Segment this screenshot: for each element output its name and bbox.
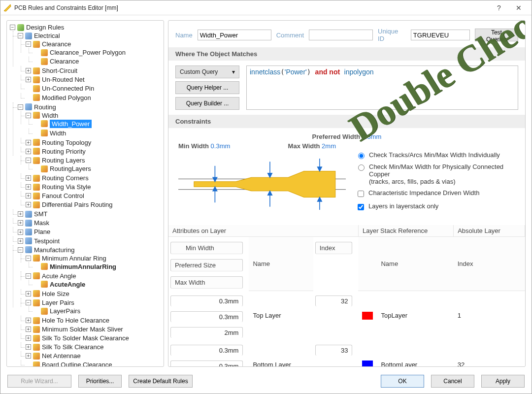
apply-button[interactable]: Apply [481, 375, 525, 388]
priorities-button[interactable]: Priorities... [78, 375, 122, 388]
rules-tree[interactable]: −Design Rules −Electrical −Clearance Cle… [6, 20, 164, 367]
cancel-button[interactable]: Cancel [431, 375, 474, 388]
rule-icon [33, 41, 40, 48]
chevron-down-icon: ▾ [232, 68, 235, 75]
svg-marker-13 [318, 167, 322, 171]
name-input[interactable] [198, 30, 271, 40]
toggle-icon[interactable]: − [10, 25, 15, 30]
query-helper-button[interactable]: Query Helper ... [175, 81, 239, 94]
svg-marker-11 [268, 191, 272, 196]
svg-marker-9 [268, 173, 272, 178]
dialog-footer: Rule Wizard... Priorities... Create Defa… [0, 369, 532, 394]
titlebar: PCB Rules and Constraints Editor [mm] ? … [0, 0, 532, 15]
name-label: Name [175, 32, 193, 39]
layer-color-swatch [362, 312, 373, 320]
svg-marker-7 [213, 187, 217, 191]
min-width-label: Min Width [178, 142, 209, 150]
create-defaults-button[interactable]: Create Default Rules [129, 375, 193, 388]
layer-table[interactable]: Attributes on Layer Layer Stack Referenc… [168, 225, 525, 366]
comment-label: Comment [276, 32, 304, 39]
opt-layerstack[interactable]: Layers in layerstack only [356, 202, 515, 212]
close-button[interactable]: ✕ [509, 4, 529, 12]
rule-wizard-button[interactable]: Rule Wizard... [7, 375, 71, 388]
max-width-value[interactable]: 2mm [322, 142, 336, 150]
opt-individual[interactable]: Check Tracks/Arcs Min/Max Width Individu… [356, 151, 515, 159]
help-button[interactable]: ? [489, 4, 509, 12]
min-width-value[interactable]: 0.3mm [211, 142, 231, 150]
query-editor[interactable]: innetclass('Power') and not inpolygon [246, 66, 518, 110]
table-row[interactable]: 0.3mm0.3mm2mmTop Layer32TopLayer1 [168, 291, 525, 340]
match-header: Where The Object Matches [168, 47, 525, 61]
max-width-label: Max Width [288, 142, 320, 150]
ok-button[interactable]: OK [381, 375, 424, 388]
app-icon [3, 4, 11, 12]
tree-root[interactable]: Design Rules [26, 24, 64, 31]
opt-impedance[interactable]: Characteristic Impedance Driven Width [356, 189, 515, 198]
folder-icon [17, 24, 24, 31]
svg-marker-5 [213, 177, 217, 182]
grp-stack: Layer Stack Reference [358, 225, 453, 237]
svg-marker-15 [318, 197, 322, 202]
window: PCB Rules and Constraints Editor [mm] ? … [0, 0, 532, 394]
grp-attributes: Attributes on Layer [168, 225, 358, 237]
query-builder-button[interactable]: Query Builder ... [175, 97, 239, 110]
layer-color-swatch [362, 361, 373, 366]
scope-dropdown[interactable]: Custom Query▾ [175, 66, 239, 78]
pref-width-value[interactable]: 0.3mm [362, 133, 382, 140]
uid-input[interactable] [411, 30, 470, 40]
tree-selected[interactable]: Width_Power [50, 120, 92, 128]
constraints-header: Constraints [168, 115, 525, 128]
pref-width-label: Preferred Width [312, 133, 360, 140]
comment-input[interactable] [309, 30, 373, 40]
grp-absolute: Absolute Layer [454, 225, 525, 237]
test-queries-button[interactable]: Test Queries [475, 29, 518, 41]
width-diagram [178, 150, 346, 219]
table-row[interactable]: 0.3mm0.3mm2mmBottom Layer33BottomLayer32 [168, 340, 525, 366]
svg-marker-0 [4, 4, 11, 11]
window-title: PCB Rules and Constraints Editor [mm] [14, 4, 489, 11]
uid-label: Unique ID [378, 28, 406, 42]
opt-connected[interactable]: Check Min/Max Width for Physically Conne… [356, 163, 515, 185]
detail-panel: Name Comment Unique ID Test Queries Wher… [168, 20, 526, 367]
category-icon [25, 33, 32, 39]
